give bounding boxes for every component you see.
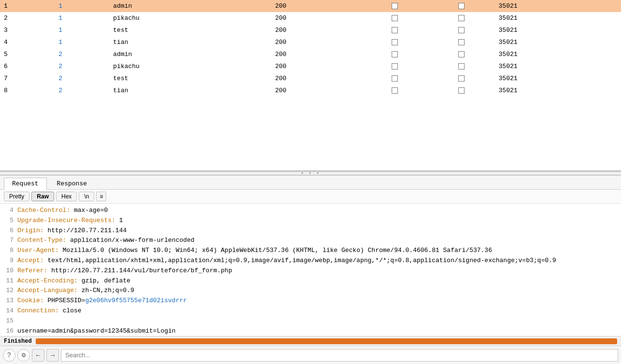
table-cell-index: 7 (0, 72, 55, 84)
line-part: close (59, 307, 82, 314)
request-content[interactable]: 4Cache-Control: max-age=05Upgrade-Insecu… (0, 204, 621, 344)
request-line: 15 (4, 316, 617, 326)
table-cell-username: admin (109, 0, 271, 12)
table-cell-index: 3 (0, 24, 55, 36)
request-line: 13Cookie: PHPSESSID=g2e06hv9f55755e71d02… (4, 296, 617, 306)
line-part: Origin: (17, 227, 44, 234)
table-cell-index: 6 (0, 60, 55, 72)
table-cell-username: admin (109, 48, 271, 60)
results-table-container[interactable]: 1 1 admin 200 35021 2 1 pikachu 200 3502… (0, 0, 621, 171)
table-cell-check1[interactable] (362, 36, 428, 48)
line-content: Accept-Language: zh-CN,zh;q=0.9 (17, 286, 617, 296)
request-line: 12Accept-Language: zh-CN,zh;q=0.9 (4, 286, 617, 296)
table-cell-code: 200 (271, 48, 362, 60)
table-cell-code: 200 (271, 24, 362, 36)
table-cell-length: 35021 (495, 0, 621, 12)
line-part: username=admin&password=12345&submit=Log… (17, 327, 176, 335)
table-cell-col2[interactable]: 1 (55, 24, 109, 36)
line-number: 9 (4, 256, 17, 266)
table-cell-col2[interactable]: 1 (55, 36, 109, 48)
line-number: 13 (4, 296, 17, 306)
line-part: Cookie: (17, 297, 44, 304)
table-cell-check2[interactable] (428, 60, 495, 72)
line-part: http://120.77.211.144/vul/burteforce/bf_… (47, 267, 232, 274)
table-cell-col2: 2 (55, 60, 109, 72)
table-cell-check1[interactable] (362, 0, 428, 12)
line-content: Cookie: PHPSESSID=g2e06hv9f55755e71d02is… (17, 296, 617, 306)
line-content: Referer: http://120.77.211.144/vul/burte… (17, 266, 617, 276)
line-number: 14 (4, 306, 17, 316)
tab-request[interactable]: Request (4, 178, 47, 190)
table-cell-check1[interactable] (362, 24, 428, 36)
table-cell-username: pikachu (109, 12, 271, 24)
line-part: Accept: (17, 257, 44, 264)
forward-button[interactable]: → (46, 349, 59, 362)
request-line: 11Accept-Encoding: gzip, deflate (4, 276, 617, 286)
panel-resize-handle[interactable]: • • • (0, 171, 621, 175)
status-bar: Finished (0, 336, 621, 346)
table-cell-code: 200 (271, 60, 362, 72)
hex-button[interactable]: Hex (56, 192, 77, 201)
line-content: User-Agent: Mozilla/5.0 (Windows NT 10.0… (17, 246, 617, 256)
menu-button[interactable]: ≡ (96, 192, 106, 201)
line-number: 16 (4, 326, 17, 336)
table-cell-check2[interactable] (428, 24, 495, 36)
tab-response[interactable]: Response (49, 178, 95, 189)
table-cell-col2: 2 (55, 84, 109, 97)
table-cell-check1[interactable] (362, 60, 428, 72)
line-part: Mozilla/5.0 (Windows NT 10.0; Win64; x64… (59, 247, 492, 254)
bottom-toolbar: ? ⚙ ← → (0, 346, 621, 364)
table-cell-username: test (109, 24, 271, 36)
table-cell-index: 8 (0, 84, 55, 97)
table-cell-check1[interactable] (362, 84, 428, 97)
back-button[interactable]: ← (32, 349, 44, 362)
table-cell-check1[interactable] (362, 12, 428, 24)
line-number: 8 (4, 246, 17, 256)
table-cell-col2[interactable]: 1 (55, 0, 109, 12)
line-part: Accept-Language: (17, 287, 78, 294)
line-number: 10 (4, 266, 17, 276)
help-button[interactable]: ? (3, 349, 15, 362)
line-part: Connection: (17, 307, 59, 314)
table-cell-check2[interactable] (428, 0, 495, 12)
table-cell-username: pikachu (109, 60, 271, 72)
table-cell-index: 2 (0, 12, 55, 24)
table-cell-check2[interactable] (428, 36, 495, 48)
line-part: text/html,application/xhtml+xml,applicat… (44, 257, 556, 264)
line-part: max-age=0 (70, 207, 108, 214)
table-cell-length: 35021 (495, 12, 621, 24)
table-cell-check2[interactable] (428, 72, 495, 84)
line-number: 15 (4, 316, 17, 326)
table-cell-check2[interactable] (428, 48, 495, 60)
table-cell-col2[interactable]: 1 (55, 12, 109, 24)
table-cell-col2: 2 (55, 48, 109, 60)
results-table: 1 1 admin 200 35021 2 1 pikachu 200 3502… (0, 0, 621, 97)
table-cell-check2[interactable] (428, 84, 495, 97)
drag-dots-icon: • • • (301, 171, 320, 176)
table-cell-username: tian (109, 36, 271, 48)
line-content: Upgrade-Insecure-Requests: 1 (17, 216, 617, 226)
line-content: username=admin&password=12345&submit=Log… (17, 326, 617, 336)
table-cell-check2[interactable] (428, 12, 495, 24)
table-cell-length: 35021 (495, 60, 621, 72)
line-content: Cache-Control: max-age=0 (17, 206, 617, 216)
request-line: 7Content-Type: application/x-www-form-ur… (4, 236, 617, 246)
search-input[interactable] (61, 349, 618, 362)
line-part: User-Agent: (17, 247, 59, 254)
table-cell-length: 35021 (495, 84, 621, 97)
pretty-button[interactable]: Pretty (4, 192, 29, 201)
n-button[interactable]: \n (79, 192, 94, 201)
table-cell-col2: 2 (55, 72, 109, 84)
table-cell-check1[interactable] (362, 72, 428, 84)
table-cell-username: test (109, 72, 271, 84)
format-bar: Pretty Raw Hex \n ≡ (0, 190, 621, 204)
line-part: zh-CN,zh;q=0.9 (78, 287, 134, 294)
progress-bar-fill (36, 338, 617, 344)
line-number: 4 (4, 206, 17, 216)
line-number: 7 (4, 236, 17, 246)
settings-button[interactable]: ⚙ (17, 349, 30, 362)
raw-button[interactable]: Raw (31, 192, 54, 201)
table-cell-check1[interactable] (362, 48, 428, 60)
line-part: Upgrade-Insecure-Requests: (17, 217, 115, 224)
request-line: 6Origin: http://120.77.211.144 (4, 226, 617, 236)
